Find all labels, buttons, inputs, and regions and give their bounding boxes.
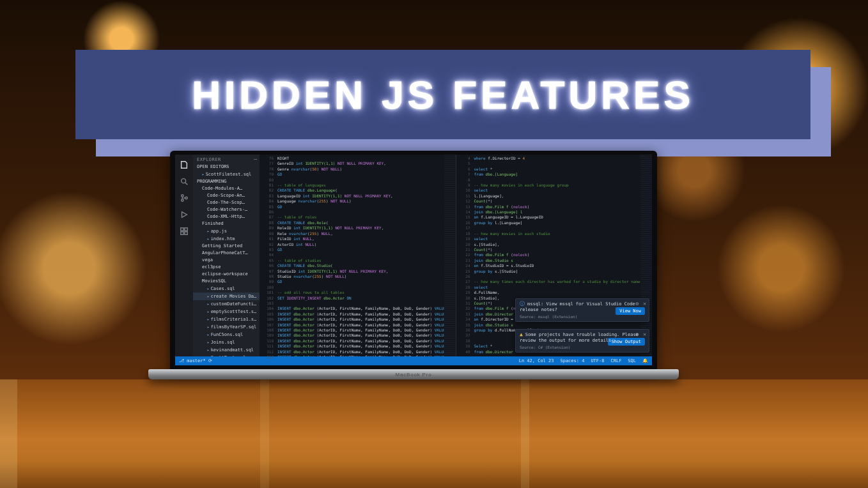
sidebar-item[interactable]: ScottFilmtest.sql xyxy=(193,171,260,178)
sidebar-item[interactable]: Getting Started xyxy=(193,243,260,250)
line-gutter-right: 4567891011121314151617181920212223242526… xyxy=(456,155,473,356)
editor-group: 7677787980818283848586878889909192939495… xyxy=(260,155,652,356)
sidebar-item[interactable]: Code-Modules-A… xyxy=(193,185,260,192)
svg-rect-6 xyxy=(181,232,183,234)
sidebar-item[interactable]: FunC5ons.sql xyxy=(193,331,260,339)
sidebar-item[interactable]: ScottTest.sql xyxy=(193,354,260,356)
sidebar-item[interactable]: create Movies Dat… xyxy=(193,293,260,300)
warning-icon: ▲ xyxy=(520,332,523,337)
debug-icon[interactable] xyxy=(180,210,189,218)
editor-pane-left[interactable]: 7677787980818283848586878889909192939495… xyxy=(260,155,456,356)
laptop-hinge: MacBook Pro xyxy=(148,369,679,379)
sidebar-item[interactable]: OPEN EDITORS xyxy=(193,164,260,171)
git-icon[interactable] xyxy=(180,193,189,202)
laptop-label: MacBook Pro xyxy=(396,372,432,377)
explorer-more-icon[interactable]: ⋯ xyxy=(254,156,257,162)
status-branch[interactable]: ⎇ master* ⟳ xyxy=(179,358,212,363)
sidebar-item[interactable]: Code-Scope-An… xyxy=(193,192,260,199)
close-icon[interactable]: ✕ xyxy=(643,332,646,337)
svg-point-3 xyxy=(185,197,188,199)
sidebar-item[interactable]: emptyScottTest.sql xyxy=(193,308,260,316)
vscode-workbench: Explorer ⋯ OPEN EDITORSScottFilmtest.sql… xyxy=(175,155,652,356)
sidebar-item[interactable]: AngularPhoneCatT… xyxy=(193,250,260,257)
sidebar-item[interactable]: Joins.sql xyxy=(193,339,260,346)
explorer-sidebar[interactable]: Explorer ⋯ OPEN EDITORSScottFilmtest.sql… xyxy=(193,155,260,356)
status-item[interactable]: Ln 42, Col 23 xyxy=(519,358,554,363)
minimap-right[interactable] xyxy=(640,155,652,356)
minimap-left[interactable] xyxy=(444,155,456,356)
svg-point-2 xyxy=(182,199,184,202)
sidebar-item[interactable]: ecl3pse xyxy=(193,264,260,271)
notif1-sub: Source: mssql (Extension) xyxy=(520,314,645,319)
sidebar-item[interactable]: Cases.sql xyxy=(193,285,260,293)
status-item[interactable]: CRLF xyxy=(610,358,621,363)
svg-rect-4 xyxy=(181,228,183,231)
notification-projects[interactable]: ⚙ ✕ ▲Some projects have trouble loading.… xyxy=(515,329,649,353)
title-card: HIDDEN JS FEATURES xyxy=(75,50,810,139)
search-icon[interactable] xyxy=(180,176,189,185)
status-bar[interactable]: ⎇ master* ⟳ Ln 42, Col 23Spaces: 4UTF-8C… xyxy=(175,356,652,365)
sidebar-item[interactable]: filmsByYearSP.sql xyxy=(193,323,260,331)
sidebar-item[interactable]: app.js xyxy=(193,227,260,235)
sidebar-item[interactable]: filmsCriteria1.sql xyxy=(193,316,260,323)
laptop: Explorer ⋯ OPEN EDITORSScottFilmtest.sql… xyxy=(148,151,679,406)
activity-bar xyxy=(175,155,193,356)
status-item[interactable]: SQL xyxy=(628,358,636,363)
gear-icon[interactable]: ⚙ xyxy=(635,301,639,307)
sidebar-item[interactable]: eclipse-workspace xyxy=(193,271,260,278)
info-icon: ⓘ xyxy=(520,301,525,307)
line-gutter-left: 7677787980818283848586878889909192939495… xyxy=(260,155,276,356)
sidebar-item[interactable]: vega xyxy=(193,257,260,264)
svg-point-1 xyxy=(182,195,184,197)
sidebar-item[interactable]: PROGRAMMING xyxy=(193,178,260,185)
svg-rect-7 xyxy=(185,232,187,234)
svg-rect-5 xyxy=(185,228,187,231)
svg-point-0 xyxy=(182,179,186,183)
sidebar-item[interactable]: Code-The-Scop… xyxy=(193,199,260,206)
vscode-window: Explorer ⋯ OPEN EDITORSScottFilmtest.sql… xyxy=(175,155,652,365)
status-item[interactable]: 🔔 xyxy=(642,358,648,363)
notif2-sub: Source: C# (Extension) xyxy=(520,345,645,349)
code-right[interactable]: where f.DirectorID = 4select *from dbo.[… xyxy=(473,155,641,356)
status-item[interactable]: UTF-8 xyxy=(591,358,604,363)
files-icon[interactable] xyxy=(180,160,189,169)
sidebar-item[interactable]: kevinandmatt.sql xyxy=(193,346,260,354)
code-left[interactable]: NIGHT GenreID int IDENTITY(1,1) NOT NULL… xyxy=(276,155,444,356)
sidebar-item[interactable]: Finished xyxy=(193,220,260,227)
sidebar-item[interactable]: index.htm xyxy=(193,235,260,243)
hero-title: HIDDEN JS FEATURES xyxy=(192,72,694,118)
sidebar-item[interactable]: Code-XML-Http… xyxy=(193,213,260,220)
sidebar-item[interactable]: customDateFuncti… xyxy=(193,300,260,308)
notification-mssql[interactable]: ⚙ ✕ ⓘmssql: View mssql for Visual Studio… xyxy=(515,298,649,322)
extensions-icon[interactable] xyxy=(180,226,189,235)
close-icon[interactable]: ✕ xyxy=(643,301,646,307)
status-item[interactable]: Spaces: 4 xyxy=(560,358,584,363)
sidebar-item[interactable]: Code-Watchers-… xyxy=(193,206,260,213)
sidebar-item[interactable]: MoviesSQL xyxy=(193,278,260,285)
editor-pane-right[interactable]: 4567891011121314151617181920212223242526… xyxy=(456,155,653,356)
gear-icon[interactable]: ⚙ xyxy=(635,332,639,337)
explorer-header: Explorer xyxy=(193,155,260,164)
